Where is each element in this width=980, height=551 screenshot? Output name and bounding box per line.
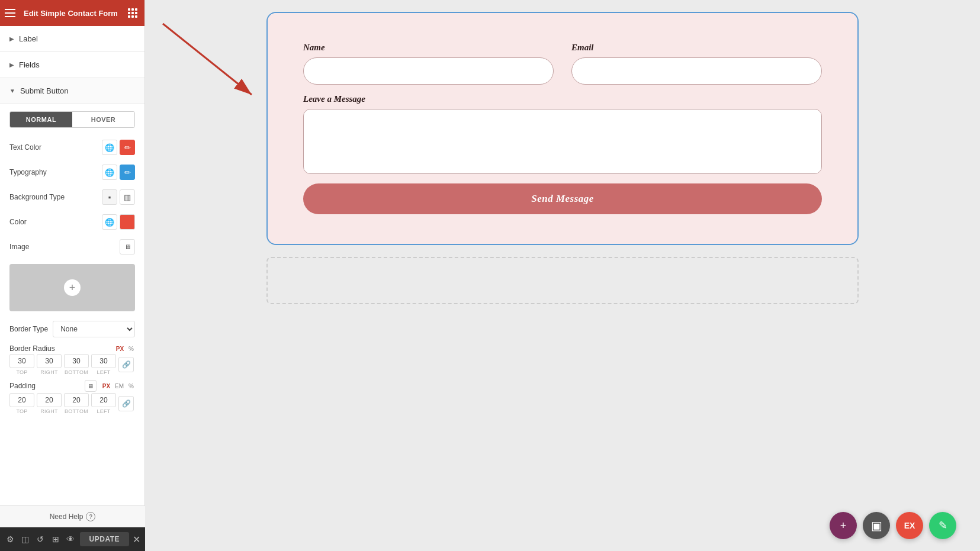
solid-bg-icon[interactable]: ▪	[102, 189, 117, 205]
border-radius-label: Border Radius	[9, 344, 113, 353]
form-preview-wrapper: Name Email Leave a Message Send Message	[266, 12, 859, 245]
padding-right[interactable]	[37, 393, 62, 407]
tab-normal[interactable]: NORMAL	[10, 112, 72, 127]
border-radius-right[interactable]	[37, 354, 62, 368]
responsive-icon[interactable]: ⊞	[50, 531, 61, 547]
sidebar-item-fields[interactable]: ▶ Fields	[0, 52, 144, 78]
global-color-icon[interactable]: 🌐	[102, 214, 117, 230]
border-radius-left[interactable]	[91, 354, 116, 368]
color-setting: Color 🌐	[9, 210, 135, 234]
chevron-down-icon: ▼	[9, 88, 15, 94]
global-icon[interactable]: 🌐	[102, 140, 117, 155]
padding-top-box: TOP	[9, 393, 34, 414]
typography-setting: Typography 🌐 ✏	[9, 160, 135, 185]
color-picker-icon[interactable]: ✏	[120, 140, 135, 155]
right-label: RIGHT	[40, 369, 58, 375]
unit-percent[interactable]: %	[127, 346, 135, 352]
bg-type-controls: ▪ ▥	[102, 189, 135, 205]
typography-controls: 🌐 ✏	[102, 165, 135, 180]
email-input[interactable]	[571, 57, 822, 85]
monitor-icon[interactable]: 🖥	[120, 239, 135, 254]
sidebar-footer: Need Help ? ⚙ ◫ ↺ ⊞ 👁 UPDATE ✕	[0, 505, 145, 551]
form-preview: Name Email Leave a Message Send Message	[268, 13, 857, 244]
sidebar-item-label[interactable]: ▶ Label	[0, 26, 144, 52]
padding-left-box: LEFT	[91, 393, 116, 414]
border-type-label: Border Type	[9, 325, 48, 333]
message-field: Leave a Message	[303, 94, 822, 174]
fab-folder-button[interactable]: ▣	[863, 512, 890, 539]
email-field: Email	[571, 43, 822, 85]
border-radius-unit-row: Border Radius PX %	[9, 344, 135, 353]
color-swatch[interactable]	[120, 214, 135, 230]
submit-button[interactable]: Send Message	[303, 183, 822, 214]
padding-label: Padding	[9, 382, 82, 390]
link-padding-icon[interactable]: 🔗	[118, 396, 134, 411]
padding-section: Padding 🖥 PX EM % TOP RIGHT	[9, 378, 135, 417]
fab-edit-button[interactable]: ✎	[929, 512, 956, 539]
tab-hover[interactable]: HOVER	[72, 112, 134, 127]
apps-icon[interactable]	[126, 6, 140, 20]
sidebar-item-submit-text: Submit Button	[20, 86, 69, 95]
message-textarea[interactable]	[303, 109, 822, 174]
main-area: Name Email Leave a Message Send Message	[145, 0, 980, 551]
border-radius-top[interactable]	[9, 354, 34, 368]
border-radius-bottom-box: BOTTOM	[64, 354, 89, 375]
image-label: Image	[9, 243, 29, 251]
left-label: LEFT	[97, 408, 110, 414]
padding-unit-em[interactable]: EM	[114, 383, 125, 389]
sidebar-content: ▶ Label ▶ Fields ▼ Submit Button NORMAL …	[0, 26, 144, 551]
layers-icon[interactable]: ◫	[20, 531, 31, 547]
padding-inputs: TOP RIGHT BOTTOM LEFT 🔗	[9, 393, 135, 414]
image-setting: Image 🖥	[9, 234, 135, 259]
need-help-link[interactable]: Need Help ?	[44, 506, 102, 527]
padding-bottom[interactable]	[64, 393, 89, 407]
history-icon[interactable]: ↺	[35, 531, 46, 547]
name-input[interactable]	[303, 57, 554, 85]
typography-edit-icon[interactable]: ✏	[120, 165, 135, 180]
style-tab-group: NORMAL HOVER	[9, 111, 135, 128]
name-label: Name	[303, 43, 554, 53]
help-icon: ?	[86, 512, 95, 521]
empty-section	[266, 257, 859, 304]
padding-left[interactable]	[91, 393, 116, 407]
fab-buttons: + ▣ EX ✎	[830, 512, 956, 539]
image-upload-area[interactable]: +	[9, 264, 135, 311]
sidebar-item-submit-button[interactable]: ▼ Submit Button	[0, 78, 144, 104]
unit-px[interactable]: PX	[115, 346, 125, 352]
sidebar: Edit Simple Contact Form ▶ Label ▶ Field…	[0, 0, 145, 551]
padding-unit-percent[interactable]: %	[127, 383, 135, 389]
message-label: Leave a Message	[303, 94, 822, 104]
fab-ex-button[interactable]: EX	[896, 512, 923, 539]
sidebar-header: Edit Simple Contact Form	[0, 0, 144, 26]
hamburger-icon[interactable]	[5, 6, 19, 20]
padding-unit-px[interactable]: PX	[101, 383, 111, 389]
global-icon[interactable]: 🌐	[102, 165, 117, 180]
padding-top[interactable]	[9, 393, 34, 407]
border-type-select[interactable]: None Solid Dashed Dotted	[53, 321, 135, 337]
footer-toolbar: ⚙ ◫ ↺ ⊞ 👁 UPDATE ✕	[0, 527, 145, 551]
settings-icon[interactable]: ⚙	[5, 531, 16, 547]
add-image-icon: +	[64, 279, 81, 296]
gradient-bg-icon[interactable]: ▥	[120, 189, 135, 205]
border-radius-top-box: TOP	[9, 354, 34, 375]
update-button[interactable]: UPDATE	[80, 532, 129, 546]
sidebar-item-fields-text: Fields	[19, 60, 40, 69]
submit-button-settings: NORMAL HOVER Text Color 🌐 ✏ Typography 🌐…	[0, 111, 144, 424]
border-radius-left-box: LEFT	[91, 354, 116, 375]
chevron-right-icon: ▶	[9, 62, 14, 68]
fab-add-button[interactable]: +	[830, 512, 857, 539]
bottom-label: BOTTOM	[65, 369, 88, 375]
chevron-right-icon: ▶	[9, 36, 14, 42]
text-color-setting: Text Color 🌐 ✏	[9, 135, 135, 160]
border-radius-bottom[interactable]	[64, 354, 89, 368]
text-color-controls: 🌐 ✏	[102, 140, 135, 155]
link-values-icon[interactable]: 🔗	[118, 357, 134, 372]
color-label: Color	[9, 218, 27, 226]
name-field: Name	[303, 43, 554, 85]
padding-unit-row: Padding 🖥 PX EM %	[9, 380, 135, 392]
eye-icon[interactable]: 👁	[65, 531, 76, 547]
border-radius-right-box: RIGHT	[37, 354, 62, 375]
close-icon[interactable]: ✕	[133, 534, 140, 545]
need-help-label: Need Help	[50, 513, 83, 521]
padding-device-icon[interactable]: 🖥	[85, 380, 97, 392]
